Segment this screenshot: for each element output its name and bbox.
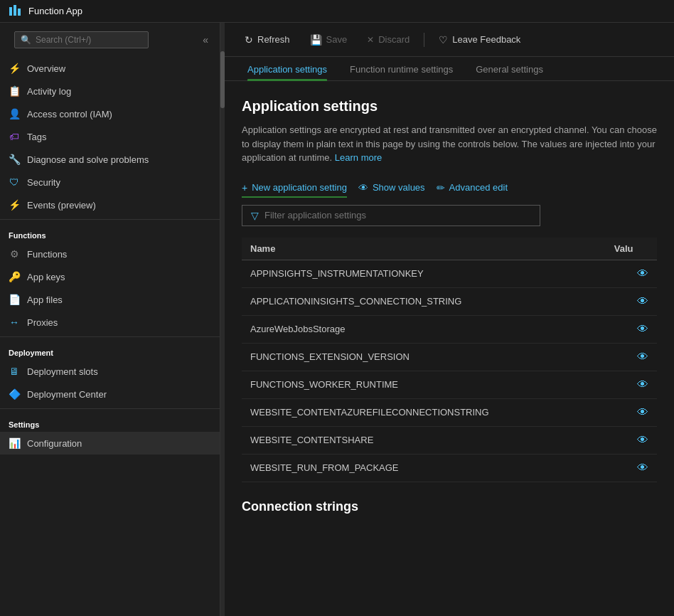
- app-logo: Function App: [9, 4, 82, 18]
- setting-value-eye[interactable]: 👁: [606, 287, 657, 315]
- sidebar-item-access-control[interactable]: 👤 Access control (IAM): [0, 102, 220, 125]
- show-values-button[interactable]: 👁 Show values: [358, 179, 425, 196]
- sidebar-item-overview[interactable]: ⚡ Overview: [0, 57, 220, 80]
- discard-button[interactable]: ✕ Discard: [358, 30, 418, 49]
- setting-value-eye[interactable]: 👁: [606, 454, 657, 482]
- sidebar-scrollbar[interactable]: [220, 23, 225, 616]
- table-row[interactable]: APPINSIGHTS_INSTRUMENTATIONKEY 👁: [242, 260, 657, 287]
- table-row[interactable]: APPLICATIONINSIGHTS_CONNECTION_STRING 👁: [242, 287, 657, 315]
- setting-value-eye[interactable]: 👁: [606, 426, 657, 454]
- app-files-icon: 📄: [9, 294, 20, 305]
- sidebar-item-deployment-slots[interactable]: 🖥 Deployment slots: [0, 360, 220, 383]
- sidebar-item-label: App keys: [27, 272, 65, 282]
- setting-value-eye[interactable]: 👁: [606, 371, 657, 398]
- sidebar-item-label: Proxies: [27, 317, 58, 328]
- sidebar-item-label: Diagnose and solve problems: [27, 154, 149, 165]
- search-icon: 🔍: [21, 35, 31, 45]
- eye-icon[interactable]: 👁: [637, 434, 648, 446]
- table-row[interactable]: AzureWebJobsStorage 👁: [242, 315, 657, 343]
- tab-function-runtime[interactable]: Function runtime settings: [338, 57, 464, 80]
- table-row[interactable]: WEBSITE_CONTENTAZUREFILECONNECTIONSTRING…: [242, 398, 657, 426]
- page-content: Application settings Application setting…: [225, 81, 674, 616]
- toolbar-separator: [424, 33, 424, 47]
- eye-icon[interactable]: 👁: [637, 378, 648, 391]
- new-setting-icon: +: [242, 182, 247, 193]
- sidebar-item-activity-log[interactable]: 📋 Activity log: [0, 80, 220, 102]
- table-header-row: Name Valu: [242, 238, 657, 260]
- eye-icon[interactable]: 👁: [637, 406, 648, 418]
- eye-icon[interactable]: 👁: [637, 267, 648, 280]
- setting-value-eye[interactable]: 👁: [606, 343, 657, 371]
- search-box[interactable]: 🔍: [14, 31, 149, 48]
- refresh-button[interactable]: ↻ Refresh: [236, 30, 299, 50]
- discard-icon: ✕: [367, 35, 374, 45]
- refresh-label: Refresh: [257, 34, 290, 45]
- sidebar-item-label: Access control (IAM): [27, 109, 112, 120]
- sidebar-item-label: Tags: [27, 132, 46, 142]
- setting-name: AzureWebJobsStorage: [242, 315, 606, 343]
- th-name: Name: [242, 238, 606, 260]
- setting-value-eye[interactable]: 👁: [606, 398, 657, 426]
- table-row[interactable]: WEBSITE_RUN_FROM_PACKAGE 👁: [242, 454, 657, 482]
- save-button[interactable]: 💾 Save: [301, 30, 356, 50]
- diagnose-icon: 🔧: [9, 154, 20, 165]
- connection-strings-title: Connection strings: [242, 499, 657, 514]
- pencil-icon: ✏: [437, 182, 445, 193]
- new-application-setting-button[interactable]: + New application setting: [242, 179, 347, 196]
- sidebar-item-diagnose[interactable]: 🔧 Diagnose and solve problems: [0, 148, 220, 171]
- table-row[interactable]: WEBSITE_CONTENTSHARE 👁: [242, 426, 657, 454]
- main-layout: 🔍 « ⚡ Overview 📋 Activity log 👤 Access c…: [0, 23, 674, 616]
- sidebar-item-proxies[interactable]: ↔ Proxies: [0, 311, 220, 334]
- setting-value-eye[interactable]: 👁: [606, 260, 657, 287]
- section-label-settings: Settings: [0, 412, 220, 432]
- eye-icon[interactable]: 👁: [637, 323, 648, 335]
- sidebar-item-label: Overview: [27, 63, 65, 74]
- sidebar-item-deployment-center[interactable]: 🔷 Deployment Center: [0, 383, 220, 405]
- eye-icon[interactable]: 👁: [637, 462, 648, 474]
- sidebar: 🔍 « ⚡ Overview 📋 Activity log 👤 Access c…: [0, 23, 220, 616]
- collapse-sidebar-button[interactable]: «: [197, 33, 214, 47]
- sidebar-item-tags[interactable]: 🏷 Tags: [0, 125, 220, 148]
- table-row[interactable]: FUNCTIONS_EXTENSION_VERSION 👁: [242, 343, 657, 371]
- proxies-icon: ↔: [9, 317, 20, 328]
- th-value: Valu: [606, 238, 657, 260]
- sidebar-search-row: 🔍 «: [0, 23, 220, 57]
- filter-input[interactable]: [264, 210, 531, 221]
- toolbar: ↻ Refresh 💾 Save ✕ Discard ♡ Leave Feedb…: [225, 23, 674, 57]
- functions-icon: ⚙: [9, 248, 20, 260]
- section-label-deployment: Deployment: [0, 340, 220, 360]
- sidebar-item-app-files[interactable]: 📄 App files: [0, 288, 220, 311]
- eye-icon[interactable]: 👁: [637, 295, 648, 307]
- filter-icon: ▽: [251, 210, 259, 221]
- table-row[interactable]: FUNCTIONS_WORKER_RUNTIME 👁: [242, 371, 657, 398]
- svg-rect-2: [18, 9, 21, 16]
- security-icon: 🛡: [9, 176, 20, 188]
- page-description: Application settings are encrypted at re…: [242, 123, 657, 165]
- eye-icon[interactable]: 👁: [637, 351, 648, 363]
- setting-name: FUNCTIONS_EXTENSION_VERSION: [242, 343, 606, 371]
- sidebar-item-label: Deployment slots: [27, 366, 98, 377]
- sidebar-item-configuration[interactable]: 📊 Configuration: [0, 432, 220, 455]
- content-area: ↻ Refresh 💾 Save ✕ Discard ♡ Leave Feedb…: [225, 23, 674, 616]
- setting-value-eye[interactable]: 👁: [606, 315, 657, 343]
- page-title: Application settings: [242, 98, 657, 115]
- sidebar-item-events[interactable]: ⚡ Events (preview): [0, 193, 220, 216]
- tab-application-settings[interactable]: Application settings: [236, 57, 338, 80]
- setting-name: APPINSIGHTS_INSTRUMENTATIONKEY: [242, 260, 606, 287]
- logo-icon: [9, 4, 23, 18]
- new-setting-label: New application setting: [252, 182, 347, 193]
- advanced-edit-button[interactable]: ✏ Advanced edit: [437, 179, 508, 196]
- feedback-button[interactable]: ♡ Leave Feedback: [430, 30, 529, 50]
- filter-box[interactable]: ▽: [242, 205, 540, 226]
- tab-general-settings[interactable]: General settings: [464, 57, 555, 80]
- top-bar: Function App: [0, 0, 674, 23]
- section-label-functions: Functions: [0, 223, 220, 243]
- overview-icon: ⚡: [9, 63, 20, 74]
- sidebar-item-functions[interactable]: ⚙ Functions: [0, 243, 220, 265]
- sidebar-item-app-keys[interactable]: 🔑 App keys: [0, 265, 220, 288]
- svg-rect-0: [9, 7, 12, 16]
- save-label: Save: [326, 34, 348, 45]
- sidebar-item-security[interactable]: 🛡 Security: [0, 171, 220, 193]
- search-input[interactable]: [36, 35, 142, 45]
- learn-more-link[interactable]: Learn more: [335, 152, 382, 163]
